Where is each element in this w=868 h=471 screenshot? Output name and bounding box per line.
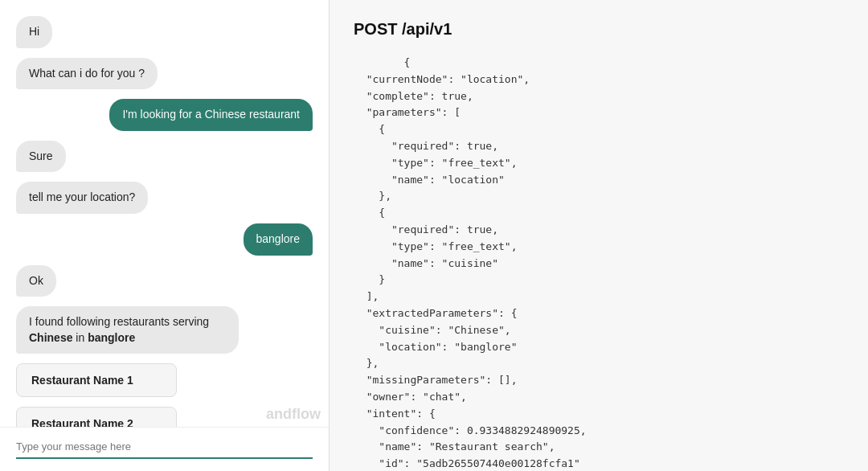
chat-messages: Hi What can i do for you ? I'm looking f… <box>0 0 329 427</box>
message-sure: Sure <box>16 141 66 173</box>
message-hi: Hi <box>16 16 52 48</box>
message-found: I found following restaurants serving Ch… <box>16 306 239 354</box>
message-looking: I'm looking for a Chinese restaurant <box>109 99 313 131</box>
api-title: POST /api/v1 <box>354 20 844 39</box>
watermark: andflow <box>266 406 321 423</box>
message-ok: Ok <box>16 265 56 297</box>
message-banglore: banglore <box>244 223 313 256</box>
api-code-block: { "currentNode": "location", "complete":… <box>354 55 844 471</box>
restaurant-card-1: Restaurant Name 1 <box>16 363 177 397</box>
chat-input-area <box>0 427 329 471</box>
message-location-ask: tell me your location? <box>16 182 148 214</box>
chat-panel: Hi What can i do for you ? I'm looking f… <box>0 0 330 471</box>
message-greeting: What can i do for you ? <box>16 58 158 90</box>
code-panel: POST /api/v1 { "currentNode": "location"… <box>330 0 868 471</box>
restaurant-card-2: Restaurant Name 2 <box>16 407 177 427</box>
chat-input[interactable] <box>16 436 313 459</box>
